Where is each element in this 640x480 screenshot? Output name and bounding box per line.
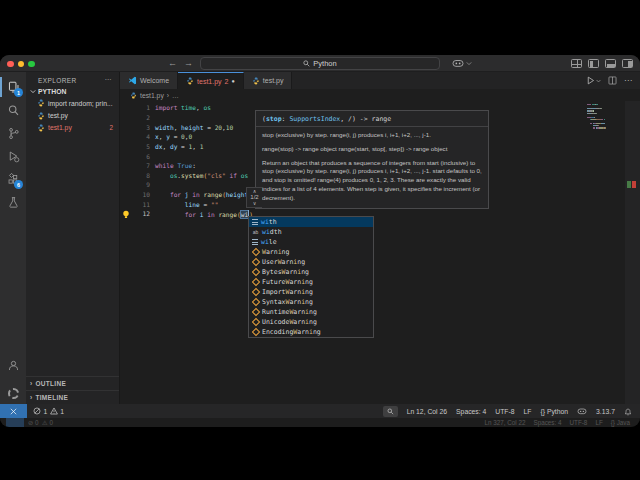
keyword-symbol-icon bbox=[252, 219, 258, 225]
tab-problems-badge: 2 bbox=[225, 78, 229, 85]
class-symbol-icon bbox=[252, 309, 259, 316]
accounts-button[interactable] bbox=[3, 355, 23, 375]
encoding-status[interactable]: UTF-8 bbox=[495, 408, 514, 415]
tab-test1-py[interactable]: test1.py 2 ● bbox=[178, 72, 244, 89]
suggestion-item[interactable]: with bbox=[249, 217, 373, 227]
chevron-down-icon bbox=[596, 79, 601, 83]
suggestion-item[interactable]: abwidth bbox=[249, 227, 373, 237]
screencast-search-chip[interactable] bbox=[383, 406, 398, 417]
search-view-button[interactable] bbox=[3, 100, 23, 120]
problems-status[interactable]: 1 1 bbox=[27, 407, 64, 415]
error-icon bbox=[33, 407, 41, 415]
suggestion-item[interactable]: wile bbox=[249, 237, 373, 247]
chevron-down-icon bbox=[30, 89, 36, 94]
suggestion-item[interactable]: EncodingWarning bbox=[249, 327, 373, 337]
split-editor-button[interactable] bbox=[608, 76, 617, 85]
language-mode-status[interactable]: {} Python bbox=[541, 408, 569, 415]
lightbulb-icon[interactable] bbox=[122, 210, 130, 219]
copilot-icon[interactable] bbox=[577, 407, 587, 415]
file-item[interactable]: import random; prin... bbox=[26, 97, 119, 109]
suggestion-item[interactable]: ImportWarning bbox=[249, 287, 373, 297]
suggestion-label: FutureWarning bbox=[262, 278, 313, 286]
suggestion-label: with bbox=[261, 218, 277, 226]
play-icon bbox=[586, 76, 595, 85]
zoom-window-button[interactable] bbox=[28, 61, 35, 68]
line-number: 6 bbox=[120, 153, 150, 160]
search-icon bbox=[7, 104, 20, 117]
activity-bar: 1 6 bbox=[0, 72, 26, 404]
title-bar: ← → Python bbox=[0, 55, 640, 72]
python-file-icon bbox=[130, 92, 137, 99]
folder-python[interactable]: PYTHON bbox=[26, 86, 119, 97]
eol-status[interactable]: LF bbox=[524, 408, 532, 415]
file-item[interactable]: test.py bbox=[26, 109, 119, 121]
tab-test-py[interactable]: test.py bbox=[244, 72, 293, 89]
breadcrumb-symbol[interactable]: … bbox=[172, 92, 179, 99]
copilot-menu-button[interactable] bbox=[452, 58, 472, 68]
run-python-file-button[interactable] bbox=[586, 76, 601, 85]
python-interpreter-status[interactable]: 3.13.7 bbox=[596, 408, 615, 415]
suggestion-item[interactable]: RuntimeWarning bbox=[249, 307, 373, 317]
vscode-logo-icon bbox=[128, 76, 137, 85]
suggestion-item[interactable]: SyntaxWarning bbox=[249, 297, 373, 307]
suggestion-item[interactable]: BytesWarning bbox=[249, 267, 373, 277]
line-number: 5 bbox=[120, 143, 150, 150]
settings-button[interactable] bbox=[3, 383, 23, 403]
close-window-button[interactable] bbox=[7, 61, 14, 68]
outline-section[interactable]: › OUTLINE bbox=[26, 376, 119, 390]
back-button[interactable]: ← bbox=[168, 56, 177, 71]
explorer-sidebar: EXPLORER ⋯ PYTHON import random; prin...… bbox=[26, 72, 120, 404]
toggle-panel-button[interactable] bbox=[605, 59, 616, 68]
overview-ruler-modified-marker bbox=[627, 181, 631, 188]
run-debug-icon bbox=[7, 150, 20, 163]
explorer-actions-button[interactable]: ⋯ bbox=[105, 76, 112, 84]
bell-icon[interactable] bbox=[624, 407, 632, 416]
vscode-window: ← → Python 1 bbox=[0, 55, 640, 427]
cursor-position-status[interactable]: Ln 12, Col 26 bbox=[407, 408, 447, 415]
toggle-secondary-sidebar-button[interactable] bbox=[622, 59, 633, 68]
timeline-section[interactable]: › TIMELINE bbox=[26, 390, 119, 404]
class-symbol-icon bbox=[252, 279, 259, 286]
more-actions-button[interactable]: ⋯ bbox=[624, 78, 632, 84]
suggestion-label: width bbox=[262, 228, 282, 236]
testing-view-button[interactable] bbox=[3, 192, 23, 212]
indentation-status[interactable]: Spaces: 4 bbox=[456, 408, 486, 415]
line-number: 9 bbox=[120, 181, 150, 188]
minimap[interactable] bbox=[587, 104, 613, 130]
line-number: 1 bbox=[120, 104, 150, 111]
scrollbar[interactable] bbox=[625, 101, 640, 404]
minimize-window-button[interactable] bbox=[18, 61, 25, 68]
suggestion-label: SyntaxWarning bbox=[262, 298, 313, 306]
suggestion-label: EncodingWarning bbox=[262, 328, 321, 336]
run-debug-view-button[interactable] bbox=[3, 146, 23, 166]
line-number: 3 bbox=[120, 124, 150, 131]
suggestion-label: UserWarning bbox=[262, 258, 305, 266]
suggestion-label: Warning bbox=[262, 248, 289, 256]
remote-indicator[interactable] bbox=[0, 404, 27, 418]
suggestion-item[interactable]: FutureWarning bbox=[249, 277, 373, 287]
signature-help-popup: (stop: SupportsIndex, /) -> range stop (… bbox=[255, 110, 489, 209]
breadcrumb-file[interactable]: test1.py bbox=[140, 92, 164, 99]
command-center-search[interactable]: Python bbox=[200, 57, 440, 70]
keyword-symbol-icon bbox=[252, 239, 258, 245]
command-center-label: Python bbox=[313, 59, 336, 68]
file-item-test1[interactable]: test1.py 2 bbox=[26, 122, 119, 134]
suggestion-item[interactable]: UserWarning bbox=[249, 257, 373, 267]
suggestion-label: RuntimeWarning bbox=[262, 308, 317, 316]
breadcrumb[interactable]: test1.py › … bbox=[120, 89, 640, 101]
customize-layout-button[interactable] bbox=[571, 59, 582, 68]
suggestion-item[interactable]: UnicodeWarning bbox=[249, 317, 373, 327]
code-line[interactable]: 12 for i in range(wi) bbox=[120, 209, 640, 219]
line-number: 10 bbox=[120, 191, 150, 198]
toggle-sidebar-button[interactable] bbox=[588, 59, 599, 68]
source-control-view-button[interactable] bbox=[3, 123, 23, 143]
suggestion-label: BytesWarning bbox=[262, 268, 309, 276]
forward-button[interactable]: → bbox=[184, 56, 193, 71]
tab-welcome[interactable]: Welcome bbox=[120, 72, 178, 89]
modified-dot-icon[interactable]: ● bbox=[231, 78, 234, 84]
suggestion-item[interactable]: Warning bbox=[249, 247, 373, 257]
traffic-lights bbox=[7, 61, 35, 68]
class-symbol-icon bbox=[252, 299, 259, 306]
next-overload-button[interactable]: ∨ bbox=[253, 201, 257, 206]
suggestion-label: wile bbox=[261, 238, 277, 246]
